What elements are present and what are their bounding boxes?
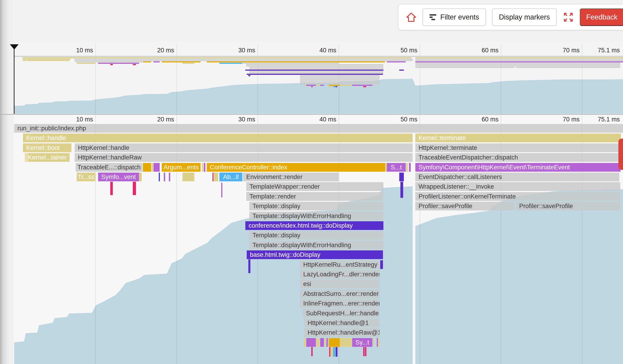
timeline-span-sliver[interactable] bbox=[304, 338, 306, 347]
minimap-span[interactable] bbox=[98, 63, 139, 64]
minimap-span[interactable] bbox=[300, 75, 379, 76]
timeline-span-sliver[interactable] bbox=[378, 338, 379, 347]
timeline-span-sliver[interactable] bbox=[325, 338, 326, 347]
minimap-span[interactable] bbox=[162, 61, 200, 62]
timeline-span-sliver[interactable] bbox=[306, 338, 316, 347]
timeline-span-sliver[interactable] bbox=[154, 163, 160, 172]
timeline-span-sliver[interactable] bbox=[409, 163, 411, 172]
timeline-span[interactable]: Ab...ll bbox=[219, 173, 242, 181]
timeline-span[interactable]: esi bbox=[300, 280, 379, 288]
timeline-span[interactable]: base.html.twig::doDisplay bbox=[247, 250, 383, 259]
minimap-span[interactable] bbox=[133, 64, 136, 65]
minimap-span[interactable] bbox=[143, 61, 151, 62]
timeline-span[interactable]: HttpKernel::handle bbox=[75, 143, 413, 152]
minimap-span[interactable] bbox=[248, 75, 250, 76]
minimap-span[interactable] bbox=[14, 56, 623, 57]
minimap-span[interactable] bbox=[399, 70, 404, 71]
minimap-span[interactable] bbox=[311, 86, 313, 87]
timeline-span[interactable]: run_init::public/index.php bbox=[14, 124, 623, 133]
minimap-span[interactable] bbox=[300, 78, 379, 79]
minimap-span[interactable] bbox=[249, 71, 383, 72]
minimap-span[interactable] bbox=[304, 85, 306, 86]
timeline-span-sliver[interactable] bbox=[214, 173, 218, 181]
minimap-span[interactable] bbox=[22, 59, 71, 60]
timeline-span[interactable]: Template::display bbox=[249, 231, 383, 240]
timeline-span[interactable]: Profiler::saveProfile bbox=[415, 202, 514, 210]
minimap-span[interactable] bbox=[316, 85, 320, 86]
minimap-span[interactable] bbox=[415, 65, 620, 67]
timeline-span[interactable]: InlineFragmen...erer::render bbox=[300, 299, 379, 308]
filter-events-button[interactable]: Filter events bbox=[423, 8, 486, 26]
timeline-span[interactable]: Profiler::saveProfile bbox=[516, 202, 620, 210]
minimap-span[interactable] bbox=[22, 57, 411, 58]
timeline-span[interactable]: HttpKernel::handleRaw bbox=[75, 153, 413, 162]
timeline-span[interactable]: Kernel::terminate bbox=[415, 134, 621, 142]
minimap-span[interactable] bbox=[415, 60, 623, 61]
minimap-handle-line[interactable] bbox=[14, 45, 15, 114]
minimap-span[interactable] bbox=[306, 85, 316, 86]
timeline-span[interactable]: Sy...t bbox=[352, 338, 372, 347]
timeline-span[interactable]: conference/index.html.twig::doDisplay bbox=[245, 221, 383, 230]
timeline-span-sliver[interactable] bbox=[316, 338, 320, 347]
marker-tick[interactable] bbox=[330, 347, 333, 357]
timeline-span[interactable]: ConferenceController::index bbox=[207, 163, 385, 172]
minimap-span[interactable] bbox=[300, 82, 379, 83]
minimap-span[interactable] bbox=[182, 63, 194, 64]
feedback-button[interactable]: Feedback bbox=[580, 8, 623, 26]
minimap-span[interactable] bbox=[329, 85, 340, 86]
fullscreen-button[interactable] bbox=[563, 12, 574, 23]
marker-tick[interactable] bbox=[363, 347, 365, 356]
timeline-span-sliver[interactable] bbox=[182, 173, 194, 181]
minimap-span[interactable] bbox=[154, 61, 160, 62]
timeline-span-sliver[interactable] bbox=[152, 163, 153, 172]
timeline-span-sliver[interactable] bbox=[329, 338, 340, 347]
timeline-span-sliver[interactable] bbox=[320, 338, 324, 347]
minimap-span[interactable] bbox=[415, 67, 514, 68]
marker-tick[interactable] bbox=[110, 182, 113, 195]
minimap-span[interactable] bbox=[249, 72, 383, 73]
minimap-handle[interactable] bbox=[10, 44, 19, 50]
marker-tick[interactable] bbox=[133, 182, 136, 195]
minimap-span[interactable] bbox=[387, 61, 406, 62]
minimap-span[interactable] bbox=[110, 64, 113, 65]
timeline-span[interactable]: Kernel::handle bbox=[23, 134, 413, 142]
minimap-span[interactable] bbox=[27, 60, 69, 61]
marker-tick[interactable] bbox=[311, 347, 313, 356]
minimap-span[interactable] bbox=[243, 63, 339, 64]
timeline-span[interactable]: TemplateWrapper::render bbox=[246, 182, 383, 191]
timeline-span-sliver[interactable] bbox=[380, 260, 383, 269]
timeline-span[interactable]: WrappedListener::__invoke bbox=[415, 182, 620, 191]
timeline-span[interactable]: TraceableE...::dispatch bbox=[76, 163, 142, 172]
timeline-span[interactable]: LazyLoadingFr...dler::render bbox=[300, 270, 379, 279]
timeline-span-sliver[interactable] bbox=[204, 163, 205, 172]
timeline-span[interactable]: Kernel...tainer bbox=[25, 153, 70, 162]
home-button[interactable] bbox=[406, 12, 417, 22]
minimap-span[interactable] bbox=[415, 57, 623, 58]
minimap-span[interactable] bbox=[246, 64, 383, 65]
minimap-span[interactable] bbox=[335, 86, 337, 87]
timeline-span-sliver[interactable] bbox=[373, 338, 374, 347]
timeline-span[interactable]: Tr...ss bbox=[77, 173, 95, 181]
minimap-span[interactable] bbox=[74, 60, 413, 61]
minimap-span[interactable] bbox=[352, 85, 372, 86]
minimap-span[interactable] bbox=[415, 64, 620, 65]
timeline-span-sliver[interactable] bbox=[164, 173, 165, 181]
timeline-span[interactable]: Template::displayWithErrorHandling bbox=[249, 212, 383, 220]
minimap-span[interactable] bbox=[74, 59, 413, 60]
minimap-span[interactable] bbox=[415, 61, 623, 62]
minimap-span[interactable] bbox=[76, 61, 142, 62]
minimap-span[interactable] bbox=[329, 86, 333, 87]
marker-tick[interactable] bbox=[333, 347, 335, 357]
timeline-span-sliver[interactable] bbox=[399, 173, 404, 181]
timeline-span[interactable]: AbstractSurro...erer::render bbox=[300, 289, 379, 298]
minimap-span[interactable] bbox=[373, 85, 374, 86]
marker-tick[interactable] bbox=[248, 259, 250, 273]
timeline-span-sliver[interactable] bbox=[202, 163, 203, 172]
timeline-span[interactable]: Argum...ents bbox=[162, 163, 200, 172]
marker-tick[interactable] bbox=[400, 182, 403, 198]
timeline-span-sliver[interactable] bbox=[406, 163, 408, 172]
timeline-span[interactable]: Template::render bbox=[246, 192, 383, 201]
timeline-span-sliver[interactable] bbox=[385, 163, 387, 172]
timeline-span[interactable]: HttpKernel::terminate bbox=[415, 143, 621, 152]
minimap-span[interactable] bbox=[363, 86, 366, 87]
